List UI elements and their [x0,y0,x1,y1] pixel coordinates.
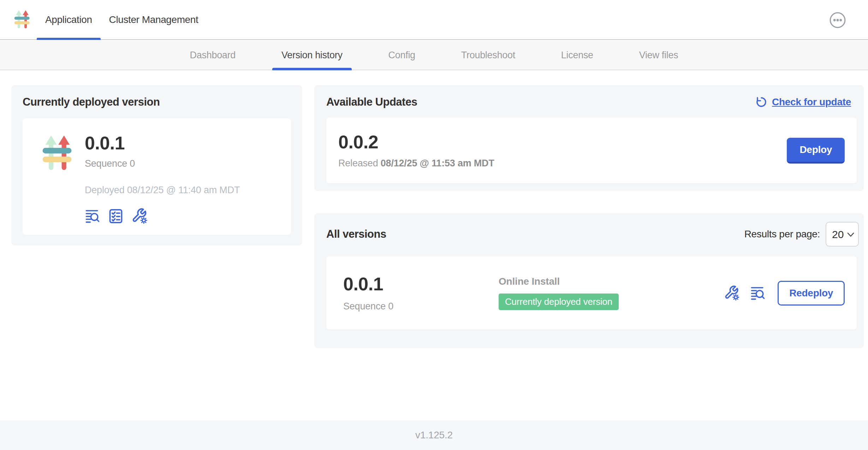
deployed-action-icons [85,208,240,225]
results-per-page-label: Results per page: [744,229,820,240]
update-version-number: 0.0.2 [338,132,494,152]
app-logo-arrows-icon [42,134,73,172]
version-history-page: #def-logo polygon, #def-logo rect { fill… [0,0,868,450]
results-per-page-group: Results per page: 20 [744,222,859,247]
wrench-gear-icon [131,208,148,225]
console-version-label: v1.125.2 [415,430,453,441]
subnav-tab-dashboard-label: Dashboard [190,50,236,61]
tab-application[interactable]: Application [37,0,101,39]
results-per-page-select[interactable]: 20 [826,222,859,247]
install-type-label: Online Install [499,276,724,287]
available-updates-title: Available Updates [326,96,417,108]
check-for-update-label: Check for update [772,96,851,108]
available-updates-card: Available Updates Check for update 0.0.2… [314,85,864,191]
subnav-tab-config-label: Config [388,50,415,61]
check-for-update-link[interactable]: Check for update [755,96,851,108]
all-versions-title: All versions [326,228,386,241]
subnav-tab-license-label: License [561,50,593,61]
top-navbar: #def-logo polygon, #def-logo rect { fill… [0,0,868,40]
row-sequence: Sequence 0 [343,301,499,312]
update-released-timestamp: Released 08/12/25 @ 11:53 am MDT [338,158,494,169]
tab-cluster-management[interactable]: Cluster Management [101,0,207,39]
subnav-tab-version-history[interactable]: Version history [272,41,352,70]
page-footer: v1.125.2 [0,420,868,450]
app-subnav: Dashboard Version history Config Trouble… [0,41,868,70]
subnav-tab-license[interactable]: License [552,41,602,70]
redeploy-button[interactable]: Redeploy [778,281,845,306]
tab-cluster-management-label: Cluster Management [109,14,198,25]
preflight-checklist-icon [108,208,124,224]
all-versions-header: All versions Results per page: 20 [326,222,859,247]
subnav-tab-dashboard[interactable]: Dashboard [181,41,245,70]
deployed-timestamp: Deployed 08/12/25 @ 11:40 am MDT [85,185,240,196]
tab-application-label: Application [45,14,92,25]
deploy-button[interactable]: Deploy [787,138,845,164]
edit-config-button[interactable] [131,208,148,225]
top-nav-tabs: Application Cluster Management [37,0,207,39]
subnav-tab-view-files-label: View files [639,50,678,61]
subnav-tab-config[interactable]: Config [379,41,424,70]
update-details: 0.0.2 Released 08/12/25 @ 11:53 am MDT [338,132,494,169]
diff-lines-magnifier-icon [85,208,100,224]
deployed-version-details: 0.0.1 Sequence 0 Deployed 08/12/25 @ 11:… [85,128,240,225]
release-notes-button[interactable] [85,208,100,224]
deployed-sequence: Sequence 0 [85,158,240,169]
version-row-status: Online Install Currently deployed versio… [499,276,724,310]
deployed-version-number: 0.0.1 [85,133,240,153]
wrench-gear-icon [724,285,740,301]
released-prefix: Released [338,158,378,168]
deployed-version-panel: 0.0.1 Sequence 0 Deployed 08/12/25 @ 11:… [23,118,291,235]
subnav-tab-troubleshoot-label: Troubleshoot [461,50,515,61]
diff-lines-magnifier-icon [750,285,766,301]
version-row-actions: Redeploy [724,281,845,306]
row-version-number: 0.0.1 [343,274,499,294]
preflight-checks-button[interactable] [108,208,124,224]
all-versions-card: All versions Results per page: 20 0.0.1 … [314,213,864,348]
release-notes-button[interactable] [750,285,766,301]
currently-deployed-badge: Currently deployed version [499,294,619,310]
currently-deployed-card: Currently deployed version 0.0.1 Sequenc… [11,85,302,245]
app-logo-arrows-icon: #def-logo polygon, #def-logo rect { fill… [14,8,30,31]
results-per-page-select-wrap: 20 [826,222,859,247]
subnav-tab-view-files[interactable]: View files [630,41,688,70]
subnav-tab-troubleshoot[interactable]: Troubleshoot [452,41,524,70]
version-row: 0.0.1 Sequence 0 Online Install Currentl… [326,256,857,330]
currently-deployed-title: Currently deployed version [23,96,291,108]
refresh-ccw-icon [755,96,768,108]
overflow-menu-button[interactable] [829,12,846,29]
version-row-details: 0.0.1 Sequence 0 [343,274,499,312]
edit-config-button[interactable] [724,285,740,301]
subnav-tab-version-history-label: Version history [281,50,343,61]
released-date: 08/12/25 @ 11:53 am MDT [381,158,494,168]
available-updates-header: Available Updates Check for update [326,96,857,108]
update-row: 0.0.2 Released 08/12/25 @ 11:53 am MDT D… [326,118,857,183]
ellipsis-circle-icon [829,12,846,29]
